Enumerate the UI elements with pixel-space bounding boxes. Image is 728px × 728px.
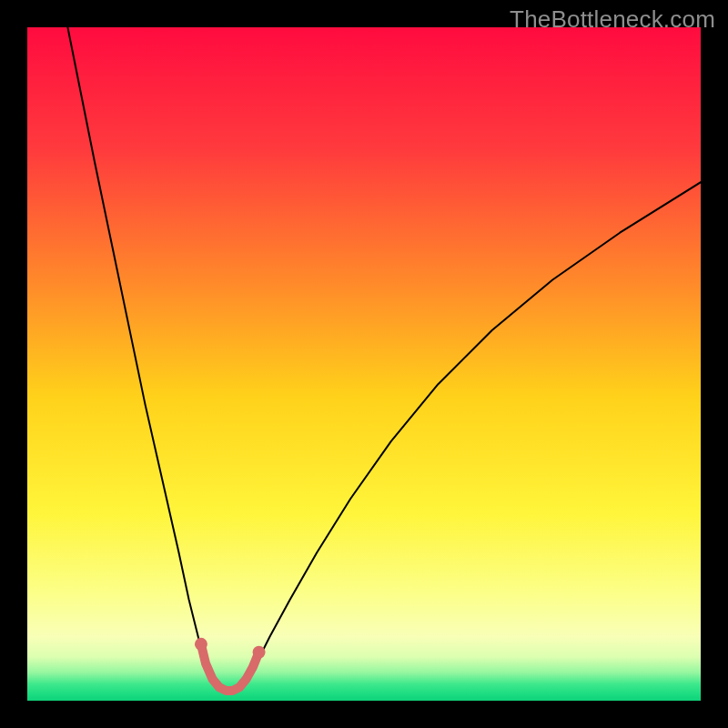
chart-svg xyxy=(27,27,701,701)
gradient-background xyxy=(27,27,701,701)
marker-bottom-highlight xyxy=(195,638,207,651)
plot-area xyxy=(27,27,701,701)
marker-bottom-highlight xyxy=(253,646,266,659)
watermark-text: TheBottleneck.com xyxy=(510,5,715,34)
chart-frame: TheBottleneck.com xyxy=(0,0,728,728)
